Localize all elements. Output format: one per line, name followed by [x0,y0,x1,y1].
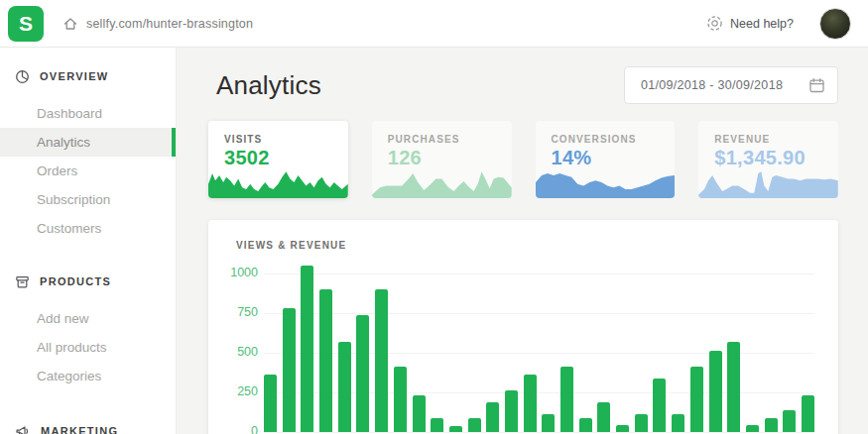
bar-day-14[interactable] [505,390,518,432]
sidebar-item-orders[interactable]: Orders [0,157,176,185]
sellfy-logo[interactable]: S [8,6,44,42]
bar-day-10[interactable] [431,418,443,432]
section-label-overview: OVERVIEW [40,70,109,82]
stat-cards-row: VISITS 3502 PURCHASES 126 CONVERSIONS 14… [208,121,838,198]
views-revenue-chart-card: VIEWS & REVENUE 10007505002500 [208,220,838,434]
section-label-marketing: MARKETING [41,425,118,434]
ytick-label-500: 500 [224,345,258,359]
sidebar-item-subscription[interactable]: Subscription [0,185,176,214]
sidebar-item-dashboard[interactable]: Dashboard [0,99,176,128]
bar-day-6[interactable] [356,315,369,432]
bar-day-7[interactable] [375,289,388,432]
bar-day-15[interactable] [524,375,537,432]
bar-day-20[interactable] [616,425,629,432]
bar-day-24[interactable] [690,367,703,432]
stat-card-revenue[interactable]: REVENUE $1,345.90 [698,121,838,198]
ytick-label-750: 750 [224,305,258,319]
bar-day-28[interactable] [765,418,778,432]
sidebar-section-products[interactable]: PRODUCTS [0,267,176,296]
ytick-label-1000: 1000 [224,266,258,279]
bar-day-23[interactable] [672,414,684,432]
gridline-0 [264,432,814,433]
calendar-icon [808,77,825,94]
date-range-picker[interactable]: 01/09/2018 - 30/09/2018 [624,66,838,104]
bar-day-9[interactable] [413,395,426,432]
sidebar-section-overview[interactable]: OVERVIEW [0,61,176,91]
stat-card-visits[interactable]: VISITS 3502 [208,121,348,198]
home-icon [62,16,78,32]
main-content: Analytics 01/09/2018 - 30/09/2018 VISITS… [178,48,868,434]
bar-day-25[interactable] [709,351,722,432]
bar-day-8[interactable] [394,367,407,432]
stat-card-conversions[interactable]: CONVERSIONS 14% [536,121,676,198]
bar-day-18[interactable] [579,418,592,432]
revenue-label: REVENUE [714,134,838,145]
bar-day-27[interactable] [746,425,759,432]
bar-day-22[interactable] [653,379,666,432]
bar-day-29[interactable] [783,410,796,432]
sidebar-item-categories[interactable]: Categories [0,362,176,390]
need-help-button[interactable]: Need help? [706,15,794,32]
purchases-sparkline [372,166,512,198]
page-header: Analytics 01/09/2018 - 30/09/2018 [208,66,838,104]
box-icon [15,274,30,289]
bar-day-11[interactable] [449,426,462,432]
sidebar-item-customers[interactable]: Customers [0,214,176,243]
sidebar-item-analytics[interactable]: Analytics [0,128,176,157]
section-label-products: PRODUCTS [40,275,111,287]
bar-day-5[interactable] [338,342,351,432]
bar-day-2[interactable] [283,308,296,432]
purchases-label: PURCHASES [388,134,512,145]
user-avatar[interactable] [819,8,851,40]
bar-day-19[interactable] [597,402,610,432]
topbar-right: Need help? [706,8,868,40]
date-range-value: 01/09/2018 - 30/09/2018 [641,78,783,92]
sidebar-section-marketing[interactable]: MARKETING [0,416,176,434]
sidebar-item-all-products[interactable]: All products [0,333,176,362]
bar-day-3[interactable] [301,266,313,432]
ytick-label-0: 0 [224,424,258,434]
sidebar: OVERVIEW Dashboard Analytics Orders Subs… [0,48,177,434]
products-nav-group: Add new All products Categories [0,304,176,390]
ytick-label-250: 250 [224,384,258,398]
megaphone-icon [15,424,31,434]
chart-bars [264,273,814,432]
pie-chart-icon [15,69,30,84]
bar-day-16[interactable] [542,414,555,432]
bar-day-30[interactable] [802,395,814,432]
conversions-sparkline [536,166,676,198]
bar-chart: 10007505002500 [224,273,822,434]
visits-label: VISITS [224,134,348,145]
bar-day-1[interactable] [264,375,277,432]
bar-day-26[interactable] [727,342,740,432]
overview-nav-group: Dashboard Analytics Orders Subscription … [0,99,176,243]
topbar: S sellfy.com/hunter-brassington Need hel… [0,0,868,48]
store-url-link[interactable]: sellfy.com/hunter-brassington [62,16,253,32]
need-help-label: Need help? [730,17,794,31]
conversions-label: CONVERSIONS [552,134,676,145]
store-url-text: sellfy.com/hunter-brassington [86,17,253,31]
bar-day-12[interactable] [468,418,481,432]
help-lifebuoy-icon [706,15,723,32]
chart-title: VIEWS & REVENUE [236,240,822,251]
visits-sparkline [208,166,348,198]
stat-card-purchases[interactable]: PURCHASES 126 [372,121,512,198]
bar-day-4[interactable] [319,289,332,432]
bar-day-13[interactable] [486,402,499,432]
bar-day-21[interactable] [635,414,648,432]
page-title: Analytics [208,70,321,101]
bar-day-17[interactable] [560,367,573,432]
sidebar-item-add-new[interactable]: Add new [0,304,176,333]
revenue-sparkline [698,166,838,198]
